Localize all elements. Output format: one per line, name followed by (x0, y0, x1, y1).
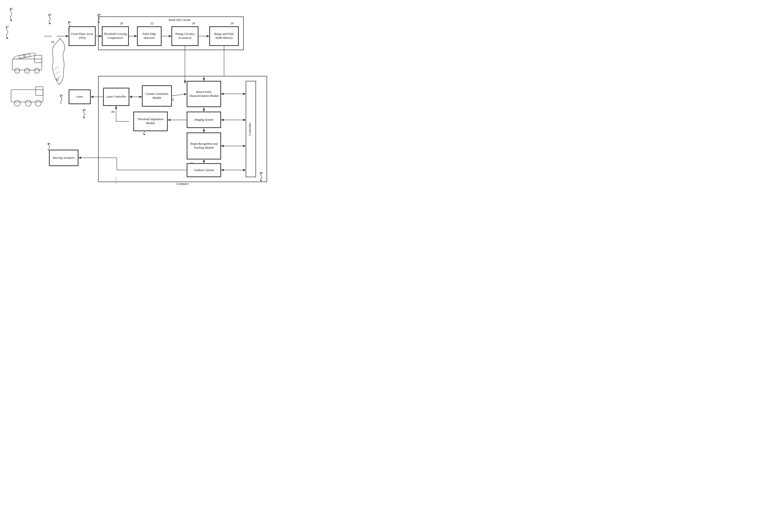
return-pulse-label: Return Pulse Characterization Module (188, 90, 220, 98)
laser-controller-block: Laser Controller (103, 88, 129, 106)
svg-line-32 (172, 94, 187, 96)
ref-14-arrow (46, 14, 53, 24)
svg-marker-53 (98, 22, 100, 23)
diagram: Read Out Circuit Computer Controller (0, 0, 271, 187)
missile-truck-illustration (7, 44, 49, 76)
laser-block: Laser (69, 90, 90, 104)
steering-label: Steering Actuators (53, 156, 74, 160)
target-recognition-block: Target Recognition and Tracking Module (187, 133, 221, 159)
fpa-block: Focal Plane Array (FPA) (69, 27, 95, 46)
carrier-truck-illustration (7, 80, 49, 109)
ref-30-arrow (80, 110, 88, 118)
timing-label: Timing Circuitry (Counters) (173, 32, 197, 40)
svg-marker-55 (83, 117, 85, 118)
read-out-circuit-label: Read Out Circuit (169, 18, 190, 22)
pulse-edge-block: Pulse-Edge Detectors (137, 27, 161, 46)
laser-controller-label: Laser Controller (106, 95, 126, 99)
guidance-label: Guidance System (194, 168, 214, 172)
svg-marker-56 (260, 180, 262, 181)
svg-point-63 (18, 53, 31, 59)
target-recognition-label: Target Recognition and Tracking Module (188, 142, 220, 150)
imaging-label: Imaging System (195, 118, 213, 122)
threshold-adjustment-block: Threshold Adjustment Module (133, 112, 167, 131)
timing-block: Timing Circuitry (Counters) (172, 27, 198, 46)
svg-marker-54 (143, 134, 145, 135)
return-pulse-block: Return Pulse Characterization Module (187, 81, 221, 107)
ref-10-arrow (7, 9, 15, 21)
ref-12-arrow (3, 27, 11, 39)
svg-rect-66 (36, 87, 43, 95)
svg-point-68 (25, 100, 31, 106)
controller-label: Controller (248, 122, 252, 136)
svg-point-60 (25, 68, 29, 73)
imaging-block: Imaging System (187, 112, 221, 128)
steering-block: Steering Actuators (49, 150, 78, 166)
ref-46-arrow (45, 143, 53, 151)
svg-point-67 (14, 100, 20, 106)
range-memory-block: Range and Pulse Width Memory (210, 27, 239, 46)
svg-point-61 (34, 68, 39, 73)
computer-label: Computer (176, 182, 189, 186)
range-memory-label: Range and Pulse Width Memory (211, 32, 237, 40)
ref-44: 44 (111, 110, 114, 114)
counter-activation-block: Counter-Activation Module (142, 86, 172, 106)
svg-point-59 (15, 68, 20, 73)
pulse-edge-label: Pulse-Edge Detectors (139, 32, 160, 40)
svg-point-69 (35, 100, 41, 106)
svg-rect-5 (246, 81, 256, 177)
laser-label: Laser (76, 95, 83, 99)
threshold-adjustment-label: Threshold Adjustment Module (135, 117, 166, 125)
ref-18-arrow (95, 14, 102, 23)
svg-point-64 (23, 52, 36, 58)
ref-40-arrow (258, 173, 265, 181)
ref-26: 26 (231, 21, 234, 25)
ref-50-arrow (57, 95, 65, 104)
ref-20: 20 (120, 21, 123, 25)
fpa-label: Focal Plane Array (FPA) (70, 32, 94, 40)
threshold-crossing-block: Threshold-Crossing Comparators (102, 27, 129, 46)
ref-22: 22 (150, 21, 153, 25)
threshold-crossing-label: Threshold-Crossing Comparators (103, 32, 127, 40)
guidance-block: Guidance System (187, 163, 221, 177)
counter-activation-label: Counter-Activation Module (143, 92, 170, 100)
ref-24: 24 (192, 21, 195, 25)
plume-illustration (49, 38, 69, 87)
